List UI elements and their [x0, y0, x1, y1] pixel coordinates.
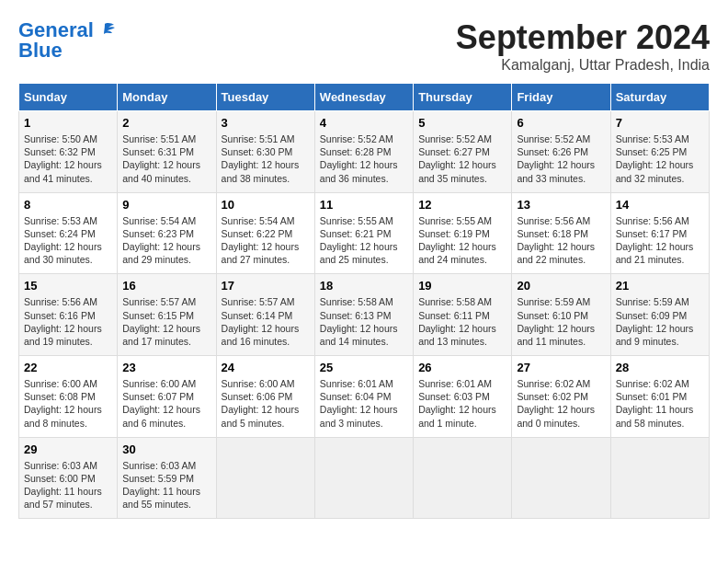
header-thursday: Thursday: [414, 84, 512, 111]
day-info-text: Sunrise: 6:01 AM Sunset: 6:04 PM Dayligh…: [320, 378, 398, 429]
day-info-text: Sunrise: 6:03 AM Sunset: 6:00 PM Dayligh…: [24, 460, 102, 511]
month-title: September 2024: [456, 18, 710, 57]
day-info-text: Sunrise: 6:00 AM Sunset: 6:06 PM Dayligh…: [222, 378, 300, 429]
day-cell: 16Sunrise: 5:57 AM Sunset: 6:15 PM Dayli…: [118, 274, 216, 356]
day-number: 8: [24, 198, 112, 212]
day-number: 17: [222, 279, 310, 293]
day-number: 16: [122, 279, 210, 293]
day-number: 3: [222, 116, 310, 130]
day-cell: 23Sunrise: 6:00 AM Sunset: 6:07 PM Dayli…: [118, 356, 216, 438]
day-number: 24: [222, 361, 310, 374]
day-info-text: Sunrise: 5:59 AM Sunset: 6:10 PM Dayligh…: [517, 296, 595, 347]
day-number: 6: [517, 116, 605, 130]
day-cell: 2Sunrise: 5:51 AM Sunset: 6:31 PM Daylig…: [118, 111, 216, 193]
day-cell: 24Sunrise: 6:00 AM Sunset: 6:06 PM Dayli…: [216, 356, 314, 438]
day-number: 5: [418, 116, 506, 130]
header-tuesday: Tuesday: [216, 84, 314, 111]
day-cell: 22Sunrise: 6:00 AM Sunset: 6:08 PM Dayli…: [19, 356, 118, 438]
header-friday: Friday: [512, 84, 610, 111]
day-number: 21: [616, 279, 704, 293]
day-cell: 1Sunrise: 5:50 AM Sunset: 6:32 PM Daylig…: [19, 111, 118, 193]
day-info-text: Sunrise: 5:50 AM Sunset: 6:32 PM Dayligh…: [24, 133, 102, 184]
day-cell: 9Sunrise: 5:54 AM Sunset: 6:23 PM Daylig…: [118, 192, 216, 274]
day-number: 11: [320, 198, 408, 212]
week-row-4: 22Sunrise: 6:00 AM Sunset: 6:08 PM Dayli…: [19, 356, 710, 438]
day-number: 19: [418, 279, 506, 293]
day-cell: 8Sunrise: 5:53 AM Sunset: 6:24 PM Daylig…: [19, 192, 118, 274]
day-info-text: Sunrise: 5:51 AM Sunset: 6:31 PM Dayligh…: [122, 133, 200, 184]
logo-bird-icon: [96, 20, 116, 40]
day-cell: 25Sunrise: 6:01 AM Sunset: 6:04 PM Dayli…: [314, 356, 413, 438]
day-info-text: Sunrise: 5:54 AM Sunset: 6:23 PM Dayligh…: [122, 215, 200, 266]
day-number: 13: [517, 198, 605, 212]
day-cell: [414, 437, 512, 519]
day-cell: 21Sunrise: 5:59 AM Sunset: 6:09 PM Dayli…: [610, 274, 709, 356]
logo: General Blue: [18, 18, 116, 63]
header-wednesday: Wednesday: [314, 84, 413, 111]
day-number: 26: [418, 361, 506, 374]
day-number: 12: [418, 198, 506, 212]
day-number: 15: [24, 279, 112, 293]
day-cell: 11Sunrise: 5:55 AM Sunset: 6:21 PM Dayli…: [314, 192, 413, 274]
day-number: 20: [517, 279, 605, 293]
day-info-text: Sunrise: 5:59 AM Sunset: 6:09 PM Dayligh…: [616, 296, 694, 347]
day-cell: [314, 437, 413, 519]
day-info-text: Sunrise: 5:52 AM Sunset: 6:26 PM Dayligh…: [517, 133, 595, 184]
day-info-text: Sunrise: 5:55 AM Sunset: 6:21 PM Dayligh…: [320, 215, 398, 266]
day-cell: 5Sunrise: 5:52 AM Sunset: 6:27 PM Daylig…: [414, 111, 512, 193]
week-row-3: 15Sunrise: 5:56 AM Sunset: 6:16 PM Dayli…: [19, 274, 710, 356]
day-cell: 15Sunrise: 5:56 AM Sunset: 6:16 PM Dayli…: [19, 274, 118, 356]
day-number: 23: [122, 361, 210, 374]
day-info-text: Sunrise: 6:00 AM Sunset: 6:08 PM Dayligh…: [24, 378, 102, 429]
day-cell: 7Sunrise: 5:53 AM Sunset: 6:25 PM Daylig…: [610, 111, 709, 193]
day-info-text: Sunrise: 5:57 AM Sunset: 6:14 PM Dayligh…: [222, 296, 300, 347]
day-cell: 18Sunrise: 5:58 AM Sunset: 6:13 PM Dayli…: [314, 274, 413, 356]
day-info-text: Sunrise: 5:54 AM Sunset: 6:22 PM Dayligh…: [222, 215, 300, 266]
day-cell: 10Sunrise: 5:54 AM Sunset: 6:22 PM Dayli…: [216, 192, 314, 274]
day-info-text: Sunrise: 5:51 AM Sunset: 6:30 PM Dayligh…: [222, 133, 300, 184]
day-number: 14: [616, 198, 704, 212]
day-info-text: Sunrise: 5:58 AM Sunset: 6:11 PM Dayligh…: [418, 296, 496, 347]
day-cell: 30Sunrise: 6:03 AM Sunset: 5:59 PM Dayli…: [118, 437, 216, 519]
day-cell: 19Sunrise: 5:58 AM Sunset: 6:11 PM Dayli…: [414, 274, 512, 356]
day-info-text: Sunrise: 6:02 AM Sunset: 6:02 PM Dayligh…: [517, 378, 595, 429]
calendar-body: 1Sunrise: 5:50 AM Sunset: 6:32 PM Daylig…: [19, 111, 710, 519]
day-number: 1: [24, 116, 112, 130]
day-cell: 29Sunrise: 6:03 AM Sunset: 6:00 PM Dayli…: [19, 437, 118, 519]
day-number: 30: [122, 442, 210, 456]
header-saturday: Saturday: [610, 84, 709, 111]
day-cell: 27Sunrise: 6:02 AM Sunset: 6:02 PM Dayli…: [512, 356, 610, 438]
day-cell: 14Sunrise: 5:56 AM Sunset: 6:17 PM Dayli…: [610, 192, 709, 274]
day-number: 22: [24, 361, 112, 374]
day-cell: 4Sunrise: 5:52 AM Sunset: 6:28 PM Daylig…: [314, 111, 413, 193]
day-info-text: Sunrise: 5:53 AM Sunset: 6:24 PM Dayligh…: [24, 215, 102, 266]
day-info-text: Sunrise: 6:00 AM Sunset: 6:07 PM Dayligh…: [122, 378, 200, 429]
day-number: 18: [320, 279, 408, 293]
day-info-text: Sunrise: 5:56 AM Sunset: 6:18 PM Dayligh…: [517, 215, 595, 266]
day-info-text: Sunrise: 5:53 AM Sunset: 6:25 PM Dayligh…: [616, 133, 694, 184]
day-number: 28: [616, 361, 704, 374]
header-monday: Monday: [118, 84, 216, 111]
calendar-header: SundayMondayTuesdayWednesdayThursdayFrid…: [19, 84, 710, 111]
day-info-text: Sunrise: 6:03 AM Sunset: 5:59 PM Dayligh…: [122, 460, 200, 511]
day-info-text: Sunrise: 5:55 AM Sunset: 6:19 PM Dayligh…: [418, 215, 496, 266]
day-info-text: Sunrise: 5:57 AM Sunset: 6:15 PM Dayligh…: [122, 296, 200, 347]
day-info-text: Sunrise: 6:01 AM Sunset: 6:03 PM Dayligh…: [418, 378, 496, 429]
day-number: 10: [222, 198, 310, 212]
day-info-text: Sunrise: 6:02 AM Sunset: 6:01 PM Dayligh…: [616, 378, 694, 429]
day-info-text: Sunrise: 5:58 AM Sunset: 6:13 PM Dayligh…: [320, 296, 398, 347]
day-cell: 17Sunrise: 5:57 AM Sunset: 6:14 PM Dayli…: [216, 274, 314, 356]
page-header: General Blue September 2024 Kamalganj, U…: [18, 18, 710, 74]
header-row: SundayMondayTuesdayWednesdayThursdayFrid…: [19, 84, 710, 111]
day-cell: [216, 437, 314, 519]
calendar-title-area: September 2024 Kamalganj, Uttar Pradesh,…: [456, 18, 710, 74]
day-info-text: Sunrise: 5:56 AM Sunset: 6:17 PM Dayligh…: [616, 215, 694, 266]
week-row-1: 1Sunrise: 5:50 AM Sunset: 6:32 PM Daylig…: [19, 111, 710, 193]
day-info-text: Sunrise: 5:52 AM Sunset: 6:28 PM Dayligh…: [320, 133, 398, 184]
day-number: 7: [616, 116, 704, 130]
location-text: Kamalganj, Uttar Pradesh, India: [456, 57, 710, 74]
day-cell: 3Sunrise: 5:51 AM Sunset: 6:30 PM Daylig…: [216, 111, 314, 193]
calendar-table: SundayMondayTuesdayWednesdayThursdayFrid…: [18, 83, 710, 519]
day-cell: 20Sunrise: 5:59 AM Sunset: 6:10 PM Dayli…: [512, 274, 610, 356]
day-number: 2: [122, 116, 210, 130]
